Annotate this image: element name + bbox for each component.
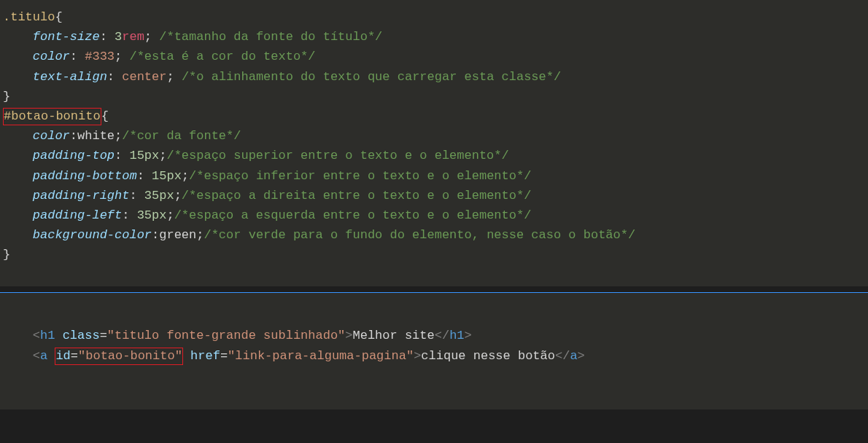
css-property: padding-left xyxy=(33,208,122,222)
code-line: color: #333; /*esta é a cor do texto*/ xyxy=(0,47,868,66)
css-value: 15 xyxy=(129,149,144,162)
css-value: #333 xyxy=(85,50,115,63)
code-line: <h1 class="titulo fonte-grande sublinhad… xyxy=(0,326,868,345)
code-line: background-color:green;/*cor verde para … xyxy=(0,225,868,245)
css-selector: #botao-bonito xyxy=(4,109,101,123)
html-attr-name: class xyxy=(63,329,100,342)
css-comment: /*espaço a direita entre o texto e o ele… xyxy=(182,189,531,203)
css-comment: /*tamanho da fonte do título*/ xyxy=(159,30,382,44)
html-attr-value: "link-para-alguma-pagina" xyxy=(228,349,414,363)
code-line: font-size: 3rem; /*tamanho da fonte do t… xyxy=(0,27,868,47)
css-property: color xyxy=(33,50,70,63)
highlight-box: id="botao-bonito" xyxy=(55,348,182,365)
css-comment: /*espaço superior entre o texto e o elem… xyxy=(166,149,508,162)
code-line: padding-top: 15px;/*espaço superior entr… xyxy=(0,146,868,165)
css-value: 15 xyxy=(152,169,166,183)
css-editor-pane[interactable]: .titulo{ font-size: 3rem; /*tamanho da f… xyxy=(0,0,868,286)
css-comment: /*esta é a cor do texto*/ xyxy=(129,50,315,63)
code-line: text-align: center; /*o alinhamento do t… xyxy=(0,67,868,87)
html-attr-value: "titulo fonte-grande sublinhado" xyxy=(107,329,345,342)
code-line: } xyxy=(0,245,868,264)
highlight-box: #botao-bonito xyxy=(3,108,101,125)
css-comment: /*cor verde para o fundo do elemento, ne… xyxy=(204,228,635,242)
css-value: white xyxy=(77,129,115,143)
html-attr-name: id xyxy=(55,349,70,363)
css-comment: /*espaço inferior entre o texto e o elem… xyxy=(189,169,531,183)
css-property: background-color xyxy=(33,228,152,242)
code-line: .titulo{ xyxy=(0,7,868,27)
css-property: padding-right xyxy=(33,189,130,203)
css-property: color xyxy=(33,129,70,143)
html-text: clique nesse botão xyxy=(421,349,555,363)
css-value: 3 xyxy=(115,30,122,44)
html-attr-value: "botao-bonito" xyxy=(78,349,182,363)
html-tag: h1 xyxy=(40,329,55,342)
css-property: font-size xyxy=(33,30,100,44)
pane-divider xyxy=(0,286,868,292)
css-property: text-align xyxy=(33,70,107,84)
css-selector: .titulo xyxy=(3,10,55,24)
css-value: center xyxy=(122,70,166,84)
html-attr-name: href xyxy=(190,349,220,363)
code-line: padding-right: 35px;/*espaço a direita e… xyxy=(0,186,868,205)
code-line: padding-left: 35px;/*espaço a esquerda e… xyxy=(0,205,868,225)
html-editor-pane[interactable]: <h1 class="titulo fonte-grande sublinhad… xyxy=(0,293,868,409)
css-comment: /*o alinhamento do texto que carregar es… xyxy=(182,70,561,84)
css-value: green xyxy=(159,228,196,242)
code-line: padding-bottom: 15px;/*espaço inferior e… xyxy=(0,166,868,186)
code-line: } xyxy=(0,87,868,106)
css-comment: /*cor da fonte*/ xyxy=(122,129,241,143)
code-line: <a id="botao-bonito" href="link-para-alg… xyxy=(0,346,868,366)
css-value: 35 xyxy=(137,208,152,222)
css-comment: /*espaço a esquerda entre o texto e o el… xyxy=(174,208,532,222)
css-property: padding-top xyxy=(33,149,115,162)
code-line: #botao-bonito{ xyxy=(0,106,868,126)
html-tag: a xyxy=(40,349,47,363)
css-value: 35 xyxy=(144,189,159,203)
css-property: padding-bottom xyxy=(33,169,137,183)
html-text: Melhor site xyxy=(353,329,435,342)
code-line: color:white;/*cor da fonte*/ xyxy=(0,126,868,146)
